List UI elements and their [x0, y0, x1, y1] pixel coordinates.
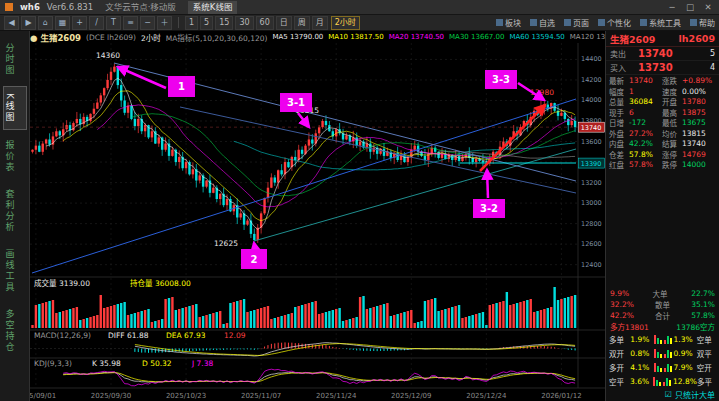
sidebar-item[interactable]: 报价表: [4, 134, 26, 179]
period-button-5[interactable]: 5: [200, 16, 213, 30]
crosshair-icon[interactable]: +: [72, 16, 87, 30]
menu-item[interactable]: 个性化: [598, 17, 631, 28]
svg-text:2025/10/23: 2025/10/23: [166, 392, 206, 400]
quote-row-label: 现手: [609, 107, 629, 118]
svg-text:K 35.98: K 35.98: [92, 359, 121, 368]
titlebar: wh6 Ver6.6.831 文华云节点·移动版 系统K线图 ─ □ ✕: [0, 0, 719, 15]
ma-settings-label[interactable]: MA指标(5,10,20,30,60,120): [166, 32, 268, 43]
long-avg-value: 13801: [625, 323, 649, 332]
quote-row-label: 内盘: [609, 138, 629, 149]
quote-row-value: 42.2%: [629, 139, 662, 148]
quote-row-value: +0.89%: [682, 76, 716, 85]
svg-text:2025/11/24: 2025/11/24: [316, 392, 357, 400]
quote-row-value: 1: [629, 87, 662, 96]
minimize-button[interactable]: ─: [666, 2, 678, 12]
period-button-15[interactable]: 15: [215, 16, 233, 30]
ma-value-MA120: MA120 13554.55: [570, 33, 605, 41]
zoom-in-icon[interactable]: ＋: [157, 16, 172, 30]
svg-text:3-1: 3-1: [287, 97, 305, 108]
menu-item[interactable]: 系统工具: [640, 17, 681, 28]
svg-text:3-3: 3-3: [492, 74, 510, 85]
tab-system-kline[interactable]: 系统K线图: [188, 1, 238, 14]
maximize-button[interactable]: □: [684, 2, 696, 12]
checkbox-checked-icon[interactable]: ☑: [665, 390, 672, 399]
position-value: 3.6%: [630, 377, 651, 386]
svg-text:12.09: 12.09: [224, 331, 246, 340]
avg-price-row: 多方13801 13786空方: [606, 321, 719, 332]
app-logo-icon: [5, 3, 13, 11]
quote-row-value: -172: [629, 118, 662, 127]
ma-value-MA5: MA5 13790.00: [272, 33, 323, 41]
indicator-icon[interactable]: ≡: [123, 16, 138, 30]
kline-chart-canvas[interactable]: 1440014200140001380013600134001320013000…: [30, 43, 605, 401]
period-button-日[interactable]: 日: [276, 16, 292, 30]
text-label-icon[interactable]: T: [106, 16, 121, 30]
quote-row: 幅度1速度0.00%: [606, 86, 719, 97]
position-label: 多开: [609, 362, 628, 373]
sidebar-item[interactable]: 套利分析: [4, 183, 26, 239]
sidebar-item[interactable]: 画线工具: [4, 243, 26, 299]
tab-cloud-node[interactable]: 文华云节点·移动版: [100, 1, 181, 14]
menu-item[interactable]: 帮助: [690, 17, 715, 28]
ma-value-MA30: MA30 13667.00: [449, 33, 504, 41]
quote-panel: 生猪2609 lh2609 卖出 13740 5 买入 13730 4 最新13…: [605, 31, 719, 401]
period-button-60[interactable]: 60: [256, 16, 274, 30]
home-icon[interactable]: ⌂: [38, 16, 53, 30]
position-value: 12.8%: [673, 377, 695, 386]
bid-row[interactable]: 买入 13730 4: [606, 61, 719, 75]
long-percent: 9.9%: [610, 289, 629, 298]
chart-period-label[interactable]: 2小时: [141, 32, 161, 43]
mini-bar-chart: [664, 348, 672, 358]
draw-line-icon[interactable]: /: [89, 16, 104, 30]
period-button-月[interactable]: 月: [312, 16, 328, 30]
grid-layout-icon[interactable]: ▦: [55, 16, 70, 30]
position-label: 空开: [697, 362, 716, 373]
app-name: wh6: [20, 2, 40, 12]
back-icon[interactable]: ◀: [4, 16, 19, 30]
quote-row-label: 最新: [609, 75, 629, 86]
svg-text:2025/09/01: 2025/09/01: [30, 392, 56, 400]
svg-text:2025/11/07: 2025/11/07: [241, 392, 281, 400]
quote-row: 日增-172最低13675: [606, 117, 719, 128]
sidebar-item[interactable]: K线图: [3, 86, 27, 130]
period-button-周[interactable]: 周: [294, 16, 310, 30]
svg-text:2025/12/24: 2025/12/24: [466, 392, 507, 400]
mini-bar-chart: [663, 376, 671, 386]
toolbar-divider: [178, 17, 179, 28]
ask-row[interactable]: 卖出 13740 5: [606, 47, 719, 61]
menu-item[interactable]: 自选: [530, 17, 555, 28]
quote-row-value: 27.2%: [629, 129, 662, 138]
period-button-1[interactable]: 1: [185, 16, 198, 30]
svg-text:3-2: 3-2: [480, 203, 498, 214]
svg-text:1: 1: [178, 81, 185, 92]
zoom-out-icon[interactable]: −: [140, 16, 155, 30]
quote-row-label: 最低: [662, 117, 682, 128]
svg-text:D 50.32: D 50.32: [142, 359, 172, 368]
long-avg-label: 多方: [610, 323, 625, 332]
quote-row-label: 日增: [609, 117, 629, 128]
order-flow-rows: 9.9%大单22.7%32.2%散单35.1%42.2%合计57.8%: [606, 288, 719, 321]
svg-text:12400: 12400: [581, 261, 602, 269]
quote-row: 总量36084开盘13780: [606, 96, 719, 107]
short-avg-value: 13786: [676, 323, 700, 332]
period-button-30[interactable]: 30: [235, 16, 253, 30]
close-button[interactable]: ✕: [702, 2, 714, 12]
sidebar-item[interactable]: 多空持仓: [4, 303, 26, 359]
sidebar-item[interactable]: 分时图: [4, 37, 26, 82]
position-label: 双平: [697, 348, 716, 359]
selected-period-button[interactable]: 2小时: [331, 16, 360, 30]
order-type-label: 大单: [653, 288, 668, 299]
position-label: 空单: [697, 334, 716, 345]
menu-icon: [496, 19, 503, 26]
forward-icon[interactable]: ▶: [21, 16, 36, 30]
svg-text:2: 2: [251, 254, 258, 265]
left-sidebar: 分时图K线图报价表套利分析画线工具多空持仓: [0, 31, 30, 401]
quote-row: 红盘57.8%跌停14000: [606, 159, 719, 170]
menu-item[interactable]: 页面: [564, 17, 589, 28]
quote-row-value: 0.00%: [682, 87, 716, 96]
quote-row-label: 结算: [662, 138, 682, 149]
menu-label: 帮助: [699, 17, 715, 28]
ma-value-MA20: MA20 13740.50: [389, 33, 444, 41]
menu-item[interactable]: 板块: [496, 17, 521, 28]
quote-header: 生猪2609 lh2609: [606, 31, 719, 47]
